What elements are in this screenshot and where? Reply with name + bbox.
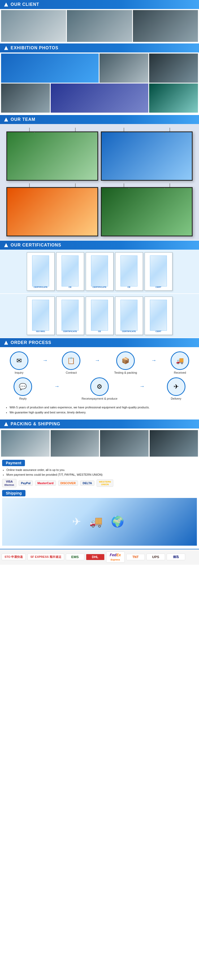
team-frame-2 bbox=[101, 128, 193, 181]
process-item-delivery: ✈ Delivery bbox=[167, 377, 186, 400]
our-team-header: OUR TEAM bbox=[0, 115, 199, 124]
contract-icon: 📋 bbox=[62, 352, 80, 370]
our-client-section: OUR CLIENT bbox=[0, 0, 199, 43]
process-row-2: 💬 Reply → ⚙ Receivepayment & produce → ✈… bbox=[3, 377, 196, 400]
ups-logo: UPS bbox=[146, 554, 165, 560]
client-photo-1 bbox=[1, 10, 66, 42]
received-icon: 🚚 bbox=[171, 352, 189, 370]
cert-card-5: CERT bbox=[144, 252, 172, 291]
packing-photos bbox=[0, 428, 199, 458]
process-item-testing: 📦 Testing & packing bbox=[114, 352, 137, 374]
our-client-header: OUR CLIENT bbox=[0, 0, 199, 9]
exhibition-photo-3 bbox=[149, 54, 198, 83]
cert-card-9: CERTIFICATE bbox=[115, 296, 143, 335]
payment-logos: VISAElectron PayPal MasterCard DISCOVER … bbox=[2, 479, 197, 487]
process-item-payment: ⚙ Receivepayment & produce bbox=[82, 377, 117, 400]
cert-card-7: CERTIFICATE bbox=[56, 296, 84, 335]
tnt-logo: TNT bbox=[126, 554, 145, 560]
pack-photo-4 bbox=[150, 430, 198, 457]
discover-logo: DISCOVER bbox=[58, 480, 78, 486]
order-process-content: ✉ Inquiry → 📋 Contract → 📦 Testing & pac… bbox=[0, 347, 199, 419]
shipping-label: Shipping bbox=[2, 490, 26, 496]
pack-photo-3 bbox=[100, 430, 149, 457]
payment-bullet-1: Online trade assurance order, all is up … bbox=[6, 468, 197, 473]
ems-logo: EMS bbox=[66, 554, 84, 560]
certifications-section: OUR CERTIFICATIONS CERTIFICATE CE CERTIF… bbox=[0, 241, 199, 337]
exhibition-photos-container bbox=[0, 52, 199, 115]
order-process-header: ORDER PROCESS bbox=[0, 338, 199, 347]
arrow-2: → bbox=[95, 357, 100, 363]
pack-photo-2 bbox=[51, 430, 99, 457]
client-photo-2 bbox=[67, 10, 132, 42]
delta-logo: DELTA bbox=[80, 480, 95, 486]
client-photo-3 bbox=[133, 10, 198, 42]
packing-shipping-header: PACKING & SHIPPING bbox=[0, 420, 199, 428]
exhibition-header: EXHIBITION PHOTOS bbox=[0, 43, 199, 52]
arrow-4: → bbox=[54, 383, 59, 389]
exhibition-section: EXHIBITION PHOTOS bbox=[0, 43, 199, 115]
payment-bullet-2: More payment terms could be provided (T/… bbox=[6, 473, 197, 477]
payment-bullets: Online trade assurance order, all is up … bbox=[2, 468, 197, 477]
payment-section: Payment Online trade assurance order, al… bbox=[0, 458, 199, 549]
exhibition-photo-2 bbox=[100, 54, 148, 83]
cert-card-1: CERTIFICATE bbox=[27, 252, 55, 291]
fedex-logo: FedExExpress bbox=[106, 552, 125, 563]
process-item-inquiry: ✉ Inquiry bbox=[10, 352, 28, 374]
paypal-logo: PayPal bbox=[19, 480, 33, 486]
order-process-bullets: With 5 years of production and sales exp… bbox=[3, 403, 196, 416]
cert-card-2: CE bbox=[56, 252, 84, 291]
our-team-section: OUR TEAM bbox=[0, 115, 199, 240]
arrow-1: → bbox=[42, 357, 48, 363]
reply-icon: 💬 bbox=[13, 377, 32, 396]
western-union-logo: WESTERNUNION bbox=[96, 479, 113, 487]
process-item-received: 🚚 Received bbox=[171, 352, 189, 374]
process-bullet-2: We guarantee high quality and best servi… bbox=[10, 410, 194, 415]
exhibition-photo-6 bbox=[149, 83, 198, 113]
cert-card-6: ISO 9001 bbox=[27, 296, 55, 335]
team-frame-3 bbox=[6, 183, 98, 236]
shipping-image bbox=[2, 498, 197, 546]
inquiry-icon: ✉ bbox=[10, 352, 28, 370]
testing-icon: 📦 bbox=[116, 352, 135, 370]
process-row-1: ✉ Inquiry → 📋 Contract → 📦 Testing & pac… bbox=[3, 352, 196, 374]
payment-icon: ⚙ bbox=[90, 377, 109, 396]
exhibition-photo-5 bbox=[51, 83, 148, 113]
team-frame-1 bbox=[6, 128, 98, 181]
payment-label: Payment bbox=[2, 460, 25, 466]
team-frame-4 bbox=[101, 183, 193, 236]
order-process-section: ORDER PROCESS ✉ Inquiry → 📋 Contract → 📦… bbox=[0, 338, 199, 419]
certifications-row2: ISO 9001 CERTIFICATE CE CERTIFICATE CERT bbox=[0, 294, 199, 337]
delivery-icon: ✈ bbox=[167, 377, 186, 396]
arrow-5: → bbox=[140, 383, 145, 389]
process-bullet-1: With 5 years of production and sales exp… bbox=[10, 405, 194, 410]
client-photos-row bbox=[0, 9, 199, 43]
packing-shipping-section: PACKING & SHIPPING Payment Online trade … bbox=[0, 420, 199, 565]
cert-card-3: CERTIFICATE bbox=[86, 252, 114, 291]
exhibition-photo-4 bbox=[1, 83, 50, 113]
sf-logo: SF EXPRESS 顺丰速运 bbox=[27, 554, 64, 560]
process-item-reply: 💬 Reply bbox=[13, 377, 32, 400]
cert-card-8: CE bbox=[86, 296, 114, 335]
visa-logo: VISAElectron bbox=[2, 479, 16, 487]
exhibition-photo-1 bbox=[1, 54, 99, 83]
sto-logo: STO 申通快递 bbox=[2, 554, 26, 560]
arrow-3: → bbox=[151, 357, 157, 363]
mastercard-logo: MasterCard bbox=[35, 480, 56, 486]
certifications-header: OUR CERTIFICATIONS bbox=[0, 241, 199, 250]
team-photos-container bbox=[0, 124, 199, 240]
courier-logos: STO 申通快递 SF EXPRESS 顺丰速运 EMS DHL FedExEx… bbox=[0, 549, 199, 565]
cert-card-10: CERT bbox=[144, 296, 172, 335]
dejl-logo: 德迅 bbox=[167, 554, 185, 560]
cert-card-4: CE bbox=[115, 252, 143, 291]
process-item-contract: 📋 Contract bbox=[62, 352, 80, 374]
certifications-row1: CERTIFICATE CE CERTIFICATE CE CERT bbox=[0, 250, 199, 293]
pack-photo-1 bbox=[1, 430, 50, 457]
dhl-logo: DHL bbox=[86, 554, 104, 560]
